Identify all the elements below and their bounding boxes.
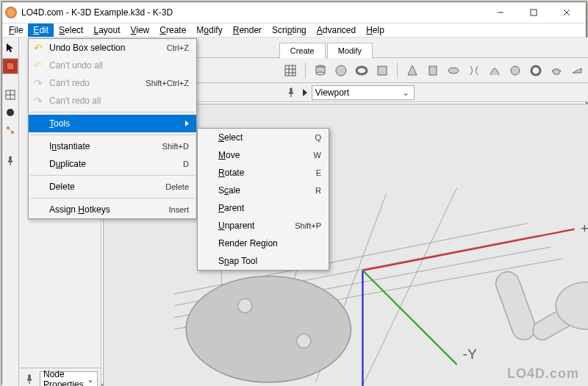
cone-icon[interactable] <box>404 62 420 79</box>
sphere-icon[interactable] <box>333 62 349 79</box>
menu-advanced[interactable]: Advanced <box>312 24 361 37</box>
menu-layout[interactable]: Layout <box>88 24 125 37</box>
menubar: File Edit Select Layout View Create Modi… <box>2 24 586 37</box>
minimize-button[interactable] <box>484 2 517 23</box>
edit-dropdown: ↶ Undo Box selectionCtrl+Z ↶ Can't undo … <box>28 38 197 219</box>
menu-hotkeys[interactable]: Assign HotkeysInsert <box>29 201 196 218</box>
hierarchy-icon[interactable] <box>3 123 18 137</box>
plane-icon[interactable] <box>569 62 585 79</box>
app-icon <box>5 7 17 18</box>
titlebar: LO4D.com - K-3D Example.k3d - K-3D <box>2 2 586 24</box>
undo-icon: ↶ <box>32 42 44 54</box>
svg-line-41 <box>362 271 456 365</box>
chevron-down-icon: ⌄ <box>401 87 411 98</box>
tool-move[interactable]: MoveW <box>198 146 329 164</box>
viewport-pin-icon[interactable] <box>284 85 298 100</box>
paraboloid-icon[interactable] <box>487 62 503 79</box>
panel-type-combo[interactable]: Node Properties ⌄ <box>40 371 98 386</box>
menu-create[interactable]: Create <box>154 24 191 37</box>
svg-line-38 <box>362 188 456 386</box>
svg-point-20 <box>336 65 346 76</box>
svg-rect-1 <box>531 10 537 15</box>
redo-icon: ↷ <box>32 95 44 107</box>
tool-render-region[interactable]: Render Region <box>198 235 329 252</box>
svg-rect-4 <box>7 62 14 70</box>
svg-text:+X: +X <box>580 221 588 236</box>
grid-icon[interactable] <box>3 87 18 102</box>
redo-icon: ↷ <box>32 77 44 89</box>
menu-undo[interactable]: ↶ Undo Box selectionCtrl+Z <box>29 39 196 57</box>
tool-snap[interactable]: Snap Tool <box>198 252 329 270</box>
svg-point-53 <box>186 276 351 382</box>
menu-redo[interactable]: ↷ Can't redoShift+Ctrl+Z <box>29 74 196 92</box>
viewport-label: Viewport <box>315 87 349 98</box>
menu-modify[interactable]: Modify <box>191 24 227 37</box>
svg-text:-Y: -Y <box>462 346 476 362</box>
close-button[interactable] <box>550 2 583 23</box>
pin-icon-2[interactable] <box>22 372 37 386</box>
cylinder2-icon[interactable] <box>425 62 441 79</box>
tool-rotate[interactable]: RotateE <box>198 164 329 182</box>
cube-icon[interactable] <box>374 62 390 79</box>
tab-create[interactable]: Create <box>279 43 326 58</box>
svg-point-24 <box>448 68 459 74</box>
maximize-button[interactable] <box>517 2 550 23</box>
svg-point-55 <box>296 334 310 348</box>
pin-icon[interactable] <box>3 154 18 168</box>
window-title: LO4D.com - K-3D Example.k3d - K-3D <box>21 7 484 18</box>
svg-point-54 <box>237 299 251 312</box>
menu-scripting[interactable]: Scripting <box>267 24 312 37</box>
menu-redo-all[interactable]: ↷ Can't redo all <box>29 92 196 110</box>
grid-shape-icon[interactable] <box>282 62 298 79</box>
menu-render[interactable]: Render <box>228 24 267 37</box>
sphere-panel-icon[interactable] <box>3 105 18 120</box>
tool-scale[interactable]: ScaleR <box>198 182 329 199</box>
menu-duplicate[interactable]: DuplicateD <box>29 155 196 173</box>
left-vertical-toolbar <box>2 37 19 386</box>
submenu-arrow-icon <box>185 121 189 126</box>
menu-select[interactable]: Select <box>54 24 88 37</box>
menu-tools[interactable]: Tools <box>29 115 196 132</box>
pointer-tool[interactable] <box>3 40 18 55</box>
svg-rect-12 <box>285 65 295 76</box>
tool-unparent[interactable]: UnparentShift+P <box>198 217 329 235</box>
chevron-down-icon: ⌄ <box>87 374 94 385</box>
svg-point-8 <box>7 109 14 116</box>
viewport-combo[interactable]: Viewport ⌄ <box>312 85 415 100</box>
menu-help[interactable]: Help <box>361 24 390 37</box>
teapot-icon[interactable] <box>548 62 564 79</box>
panel-type-label: Node Properties <box>43 369 87 386</box>
tool-select[interactable]: SelectQ <box>198 129 329 146</box>
tab-modify[interactable]: Modify <box>327 43 373 58</box>
play-icon[interactable] <box>303 89 307 96</box>
disk-icon[interactable] <box>445 62 462 79</box>
cylinder-icon[interactable] <box>312 62 329 79</box>
tools-submenu: SelectQ MoveW RotateE ScaleR Parent Unpa… <box>197 128 329 271</box>
svg-point-26 <box>531 66 540 75</box>
svg-rect-45 <box>492 268 539 343</box>
menu-edit[interactable]: Edit <box>28 24 54 37</box>
svg-point-19 <box>316 72 325 75</box>
svg-point-21 <box>356 67 367 74</box>
svg-rect-23 <box>429 66 437 75</box>
cube-tool[interactable] <box>2 58 18 74</box>
svg-point-25 <box>511 66 520 75</box>
tool-parent[interactable]: Parent <box>198 199 329 217</box>
torus2-icon[interactable] <box>528 62 544 79</box>
menu-undo-all[interactable]: ↶ Can't undo all <box>29 57 196 74</box>
hyperboloid-icon[interactable] <box>466 62 482 79</box>
torus-icon[interactable] <box>354 62 370 79</box>
undo-icon: ↶ <box>32 60 44 71</box>
menu-delete[interactable]: DeleteDelete <box>29 178 196 196</box>
menu-file[interactable]: File <box>4 24 28 37</box>
menu-view[interactable]: View <box>125 24 154 37</box>
menu-instantiate[interactable]: InstantiateShift+D <box>29 137 196 155</box>
svg-rect-22 <box>378 66 387 75</box>
sphere2-icon[interactable] <box>507 62 523 79</box>
svg-line-11 <box>8 128 12 132</box>
